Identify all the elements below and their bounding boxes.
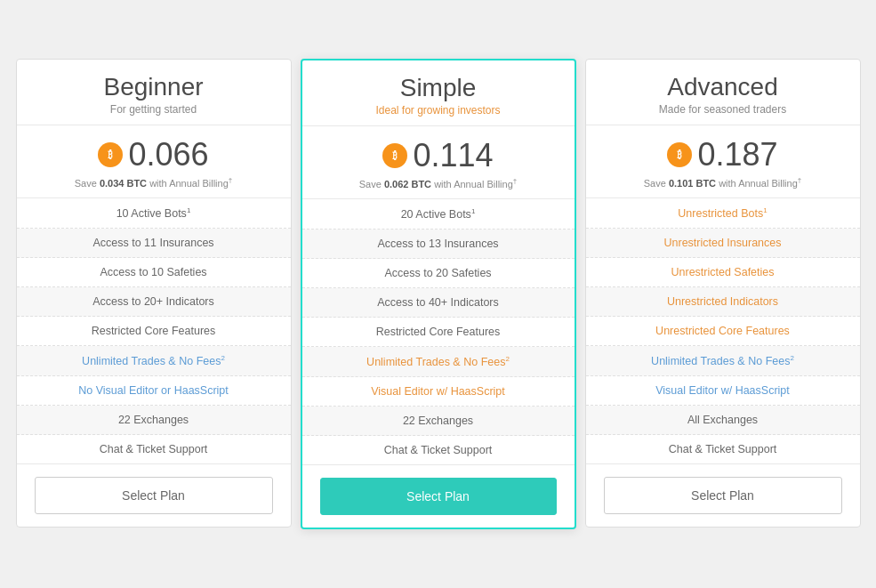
plan-price-section-beginner: ₿0.066Save 0.034 BTC with Annual Billing… (17, 125, 291, 198)
plan-name-beginner: Beginner (31, 72, 277, 102)
btc-icon-simple: ₿ (382, 143, 407, 168)
price-amount-simple: 0.114 (413, 137, 493, 174)
feature-item-advanced-4: Unrestricted Core Features (586, 317, 860, 346)
feature-item-advanced-6: Visual Editor w/ HaasScript (586, 376, 860, 406)
plan-name-advanced: Advanced (600, 72, 846, 102)
feature-item-simple-5: Unlimited Trades & No Fees2 (302, 347, 575, 377)
feature-item-beginner-4: Restricted Core Features (17, 317, 291, 346)
feature-item-advanced-1: Unrestricted Insurances (586, 229, 860, 258)
feature-item-advanced-8: Chat & Ticket Support (586, 435, 860, 463)
plan-action-advanced: Select Plan (586, 463, 860, 527)
price-save-advanced: Save 0.101 BTC with Annual Billing† (600, 176, 846, 189)
features-list-advanced: Unrestricted Bots1Unrestricted Insurance… (586, 198, 860, 463)
feature-item-advanced-2: Unrestricted Safeties (586, 258, 860, 287)
btc-icon-advanced: ₿ (667, 142, 692, 167)
plans-container: BeginnerFor getting started₿0.066Save 0.… (0, 50, 876, 539)
feature-item-simple-4: Restricted Core Features (302, 318, 575, 347)
plan-header-simple: SimpleIdeal for growing investors (302, 60, 575, 127)
feature-item-beginner-1: Access to 11 Insurances (17, 229, 291, 258)
feature-item-simple-7: 22 Exchanges (302, 407, 575, 436)
price-row-simple: ₿0.114 (317, 137, 560, 174)
select-plan-button-simple[interactable]: Select Plan (320, 478, 557, 515)
feature-item-advanced-0: Unrestricted Bots1 (586, 198, 860, 229)
plan-card-beginner: BeginnerFor getting started₿0.066Save 0.… (16, 59, 292, 528)
plan-action-beginner: Select Plan (17, 463, 291, 527)
plan-header-advanced: AdvancedMade for seasoned traders (586, 60, 860, 126)
plan-subtitle-beginner: For getting started (31, 103, 277, 116)
plan-price-section-advanced: ₿0.187Save 0.101 BTC with Annual Billing… (586, 125, 860, 198)
plan-action-simple: Select Plan (302, 464, 575, 528)
plan-card-simple: SimpleIdeal for growing investors₿0.114S… (301, 59, 576, 530)
plan-card-advanced: AdvancedMade for seasoned traders₿0.187S… (585, 59, 861, 528)
feature-item-simple-1: Access to 13 Insurances (302, 230, 575, 259)
price-save-beginner: Save 0.034 BTC with Annual Billing† (31, 176, 277, 189)
feature-item-simple-6: Visual Editor w/ HaasScript (302, 377, 575, 407)
plan-subtitle-advanced: Made for seasoned traders (600, 103, 846, 116)
price-row-advanced: ₿0.187 (600, 136, 846, 173)
feature-item-simple-8: Chat & Ticket Support (302, 436, 575, 464)
price-amount-beginner: 0.066 (128, 136, 208, 173)
price-save-simple: Save 0.062 BTC with Annual Billing† (317, 177, 560, 189)
feature-item-advanced-7: All Exchanges (586, 406, 860, 435)
plan-name-simple: Simple (317, 73, 560, 103)
btc-icon-beginner: ₿ (98, 142, 123, 167)
feature-item-beginner-7: 22 Exchanges (17, 406, 291, 435)
plan-price-section-simple: ₿0.114Save 0.062 BTC with Annual Billing… (302, 126, 575, 199)
features-list-beginner: 10 Active Bots1Access to 11 InsurancesAc… (17, 198, 291, 463)
feature-item-beginner-2: Access to 10 Safeties (17, 258, 291, 287)
price-row-beginner: ₿0.066 (31, 136, 277, 173)
feature-item-advanced-3: Unrestricted Indicators (586, 287, 860, 317)
select-plan-button-advanced[interactable]: Select Plan (604, 477, 842, 514)
price-amount-advanced: 0.187 (697, 136, 777, 173)
feature-item-beginner-3: Access to 20+ Indicators (17, 287, 291, 317)
plan-header-beginner: BeginnerFor getting started (17, 60, 291, 126)
feature-item-beginner-6: No Visual Editor or HaasScript (17, 376, 291, 406)
feature-item-advanced-5: Unlimited Trades & No Fees2 (586, 346, 860, 376)
feature-item-simple-3: Access to 40+ Indicators (302, 288, 575, 318)
feature-item-beginner-0: 10 Active Bots1 (17, 198, 291, 229)
feature-item-simple-2: Access to 20 Safeties (302, 259, 575, 288)
plan-subtitle-simple: Ideal for growing investors (317, 104, 560, 117)
feature-item-beginner-8: Chat & Ticket Support (17, 435, 291, 463)
select-plan-button-beginner[interactable]: Select Plan (35, 477, 273, 514)
features-list-simple: 20 Active Bots1Access to 13 InsurancesAc… (302, 199, 575, 464)
feature-item-beginner-5: Unlimited Trades & No Fees2 (17, 346, 291, 376)
feature-item-simple-0: 20 Active Bots1 (302, 199, 575, 230)
